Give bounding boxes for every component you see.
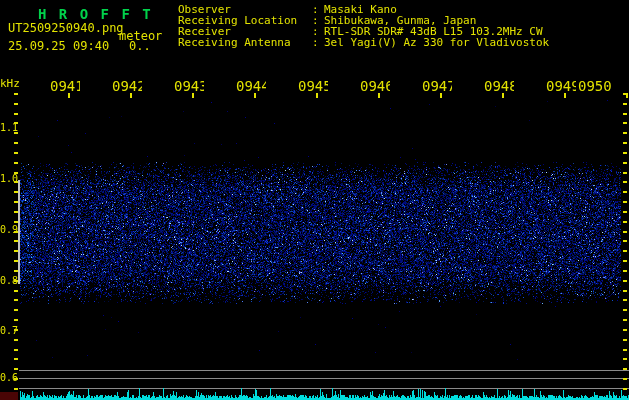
- time-tick-label: 0948: [484, 79, 514, 93]
- spectrogram-canvas: [0, 0, 629, 400]
- freq-tick-label: 1.1: [0, 122, 18, 133]
- freq-tick-label: 0.7: [0, 325, 18, 336]
- time-tick-label: 0949: [546, 79, 576, 93]
- freq-tick-label: 0.9: [0, 224, 18, 235]
- freq-tick-label: 1.0: [0, 173, 18, 184]
- freq-unit-label: kHz: [0, 77, 20, 90]
- time-tick-label: 0950: [578, 79, 618, 93]
- time-tick-label: 0942: [112, 79, 142, 93]
- info-label: Receiving Antenna: [178, 37, 312, 48]
- freq-tick-label: 0.6: [0, 372, 18, 383]
- time-tick-label: 0945: [298, 79, 328, 93]
- info-value: 3el Yagi(V) Az 330 for Vladivostok: [324, 37, 549, 48]
- counter-label: 0..: [129, 39, 151, 53]
- output-filename: UT2509250940.png: [8, 21, 124, 35]
- app-title: H R O F F T: [38, 6, 153, 22]
- time-tick-label: 0946: [360, 79, 390, 93]
- info-colon: :: [312, 37, 324, 48]
- time-tick-label: 0947: [422, 79, 452, 93]
- hrofft-window: H R O F F T UT2509250940.png meteor 25.0…: [0, 0, 629, 400]
- time-tick-label: 0944: [236, 79, 266, 93]
- station-info-row: Receiving Antenna:3el Yagi(V) Az 330 for…: [178, 37, 549, 48]
- datetime-label: 25.09.25 09:40: [8, 39, 109, 53]
- freq-tick-label: 0.8: [0, 275, 18, 286]
- time-tick-label: 0943: [174, 79, 204, 93]
- station-info-block: Observer:Masaki KanoReceiving Location:S…: [178, 4, 549, 48]
- time-tick-label: 0941: [50, 79, 80, 93]
